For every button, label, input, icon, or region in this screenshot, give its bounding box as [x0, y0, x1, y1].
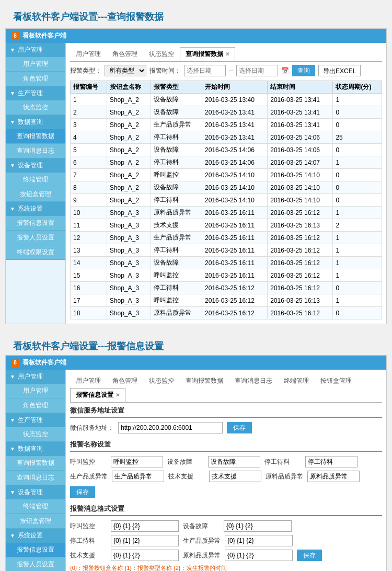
- alarm-device-input[interactable]: [208, 456, 260, 467]
- s2-sidebar-item-alarm-info[interactable]: 报警信息设置: [6, 543, 65, 557]
- section2-main: 用户管理 角色管理 状态监控 查询报警数据 查询消息日志 终端管理 按钮盒管理 …: [66, 370, 386, 571]
- tab-status-monitor[interactable]: 状态监控: [143, 47, 180, 61]
- close-tab-icon[interactable]: ✕: [225, 51, 229, 57]
- s2-sidebar-item-role[interactable]: 角色管理: [6, 398, 65, 413]
- sidebar-item-button-box[interactable]: 按钮盒管理: [6, 187, 65, 202]
- table-row: 10Shop_A_3原料品质异常2016-03-25 16:112016-03-…: [71, 207, 382, 219]
- wechat-section: 微信服务地址设置 微信服务地址： 保存: [70, 406, 382, 433]
- s2-sidebar-item-query-log[interactable]: 查询消息日志: [6, 471, 65, 485]
- wechat-input[interactable]: [118, 422, 223, 433]
- tab-role-manage[interactable]: 角色管理: [107, 47, 143, 61]
- s2-sidebar-group-prod[interactable]: ▼ 生产管理: [6, 413, 65, 427]
- s2-tab-terminal[interactable]: 终端管理: [278, 374, 315, 388]
- alarm-tech-label: 技术支援: [168, 472, 205, 481]
- wechat-save-btn[interactable]: 保存: [227, 422, 252, 433]
- sidebar-item-terminal[interactable]: 终端管理: [6, 173, 65, 187]
- s2-sidebar-item-alarm-person[interactable]: 报警人员设置: [6, 557, 65, 571]
- alarm-stop-input[interactable]: [305, 456, 358, 467]
- date-separator: --: [229, 67, 233, 74]
- s2-sidebar-item-user[interactable]: 用户管理: [6, 384, 65, 398]
- section1-tabs: 用户管理 角色管理 状态监控 查询报警数据✕: [70, 47, 382, 62]
- query-button[interactable]: 查询: [292, 65, 315, 76]
- s2-sidebar-group-data[interactable]: ▼ 数据查询: [6, 442, 65, 456]
- section2-panel: 8 看板软件客户端 ▼ 用户管理 用户管理 角色管理 ▼ 生产管理 状态监控 ▼…: [5, 355, 387, 571]
- s2-sidebar-group-system[interactable]: ▼ 系统设置: [6, 529, 65, 543]
- table-row: 6Shop_A_2停工待料2016-03-25 14:062016-03-25 …: [71, 156, 382, 169]
- fmt-material-input[interactable]: [225, 550, 293, 561]
- s2-tab-button-box[interactable]: 按钮盒管理: [315, 374, 358, 388]
- sidebar-item-alarm-person[interactable]: 报警人员设置: [6, 231, 65, 245]
- sidebar-group-system[interactable]: ▼ 系统设置: [6, 202, 65, 216]
- alarm-call-label: 呼叫监控: [70, 458, 107, 466]
- s2-tab-alarm-info[interactable]: 报警信息设置✕: [70, 388, 125, 402]
- s2-sidebar-group-data-label: 数据查询: [18, 444, 43, 453]
- sidebar-item-query-log[interactable]: 查询消息日志: [6, 144, 65, 158]
- s2-arrow-4: ▼: [10, 489, 15, 495]
- s2-sidebar-group-device[interactable]: ▼ 设备管理: [6, 485, 65, 499]
- arrow-icon-3: ▼: [10, 119, 15, 125]
- s2-tab-query-log[interactable]: 查询消息日志: [229, 374, 278, 388]
- s2-close-tab-icon[interactable]: ✕: [116, 392, 120, 398]
- wechat-section-title: 微信服务地址设置: [70, 406, 382, 418]
- s2-tab-query-alarm[interactable]: 查询报警数据: [180, 374, 229, 388]
- s2-sidebar-item-button-box[interactable]: 按钮盒管理: [6, 514, 65, 529]
- s2-sidebar-group-user[interactable]: ▼ 用户管理: [6, 370, 65, 384]
- tab-query-alarm[interactable]: 查询报警数据✕: [180, 47, 235, 61]
- alarm-format-section: 报警消息格式设置 呼叫监控 设备故障 停工待料 生产品质异常 技术支援 原料品质: [70, 504, 382, 571]
- alarm-name-section: 报警名称设置 呼叫监控 设备故障 停工待料 生产品质异常 技术支援 原料品质异常: [70, 440, 382, 498]
- sidebar-item-terminal-auth[interactable]: 终端权限设置: [6, 245, 65, 260]
- sidebar-group-data-label: 数据查询: [18, 118, 43, 127]
- fmt-prod-input[interactable]: [225, 535, 293, 546]
- format-hint: {0}：报警按钮盒名称 {1}：报警类型名称 {2}：发生报警的时间: [70, 564, 382, 571]
- s2-sidebar-item-terminal[interactable]: 终端管理: [6, 499, 65, 514]
- section2-title-bar: 看板软件客户端设置---报警信息设置: [5, 335, 387, 355]
- alarm-call-input[interactable]: [111, 456, 163, 467]
- sidebar-group-user[interactable]: ▼ 用户管理: [6, 43, 65, 57]
- sidebar-item-user-manage[interactable]: 用户管理: [6, 57, 65, 72]
- sidebar-item-alarm-info[interactable]: 报警信息设置: [6, 216, 65, 231]
- logo-icon-2: 8: [11, 359, 19, 367]
- alarm-device-label: 设备故障: [167, 458, 204, 466]
- section1-title-bar: 看板软件客户端设置---查询报警数据: [5, 5, 387, 28]
- alarm-prod-input[interactable]: [112, 471, 164, 482]
- table-row: 15Shop_A_3呼叫监控2016-03-25 16:112016-03-25…: [71, 269, 382, 282]
- alarm-tech-input[interactable]: [209, 471, 261, 482]
- s2-tab-user[interactable]: 用户管理: [70, 374, 107, 388]
- s2-sidebar-item-status[interactable]: 状态监控: [6, 427, 65, 442]
- export-button[interactable]: 导出EXCEL: [318, 65, 361, 76]
- alarm-table: 报警编号 按钮盒名称 报警类型 开始时间 结束时间 状态周期(分) 1Shop_…: [70, 81, 382, 319]
- alarm-material-input[interactable]: [307, 471, 360, 482]
- alarm-stop-label: 停工待料: [264, 458, 301, 466]
- s2-tab-role[interactable]: 角色管理: [107, 374, 143, 388]
- sidebar-item-status-monitor[interactable]: 状态监控: [6, 100, 65, 115]
- fmt-stop-input[interactable]: [111, 535, 179, 546]
- arrow-icon-2: ▼: [10, 90, 15, 96]
- sidebar-group-device[interactable]: ▼ 设备管理: [6, 158, 65, 173]
- sidebar-group-production[interactable]: ▼ 生产管理: [6, 86, 65, 100]
- calendar-icon: 📅: [281, 67, 289, 74]
- filter-type-select[interactable]: 所有类型: [105, 65, 146, 76]
- filter-date-to[interactable]: [236, 65, 278, 76]
- sidebar-item-role-manage[interactable]: 角色管理: [6, 72, 65, 86]
- table-row: 9Shop_A_2停工待料2016-03-25 14:102016-03-25 …: [71, 194, 382, 207]
- alarm-format-save-btn[interactable]: 保存: [297, 550, 322, 561]
- filter-date-from[interactable]: [184, 65, 226, 76]
- alarm-name-save-btn[interactable]: 保存: [70, 486, 95, 498]
- sidebar-group-data[interactable]: ▼ 数据查询: [6, 115, 65, 129]
- sidebar-group-user-label: 用户管理: [18, 45, 43, 54]
- s2-sidebar-group-device-label: 设备管理: [18, 488, 43, 497]
- sidebar-item-query-alarm[interactable]: 查询报警数据: [6, 129, 65, 144]
- section2-header-label: 看板软件客户端: [22, 358, 66, 367]
- fmt-call-input[interactable]: [111, 520, 179, 532]
- arrow-icon-5: ▼: [10, 206, 15, 212]
- alarm-format-row3: 技术支援 原料品质异常 保存: [70, 550, 382, 561]
- s2-sidebar-item-query-alarm[interactable]: 查询报警数据: [6, 456, 65, 471]
- arrow-icon-4: ▼: [10, 163, 15, 168]
- page-title-1: 看板软件客户端设置---查询报警数据: [5, 5, 387, 28]
- fmt-device-input[interactable]: [224, 520, 292, 532]
- s2-tab-status[interactable]: 状态监控: [143, 374, 180, 388]
- wechat-form-row: 微信服务地址： 保存: [70, 422, 382, 433]
- tab-user-manage[interactable]: 用户管理: [70, 47, 107, 61]
- fmt-tech-input[interactable]: [111, 550, 179, 561]
- s2-arrow-2: ▼: [10, 417, 15, 423]
